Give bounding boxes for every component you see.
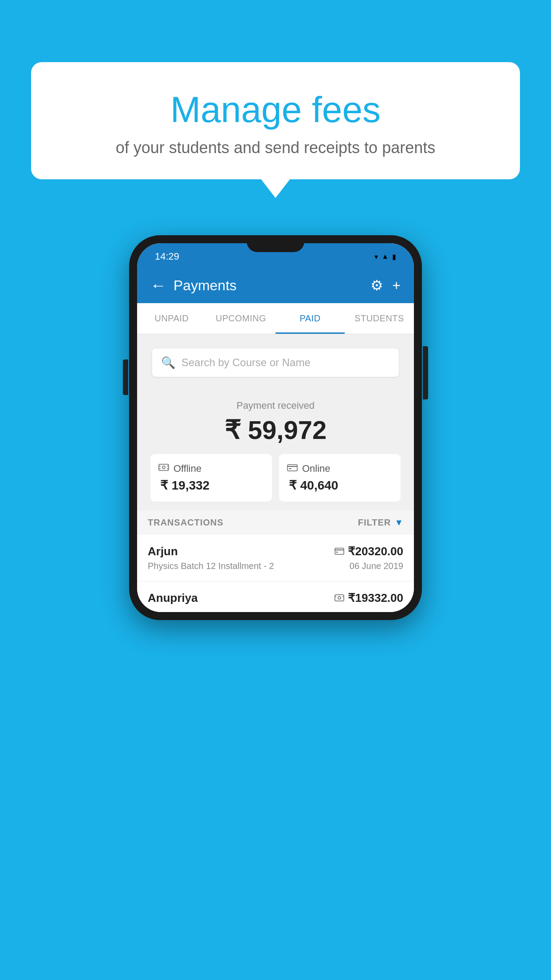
status-time: 14:29 [155,251,179,262]
header-title: Payments [173,277,236,294]
transaction-row-bottom: Physics Batch 12 Installment - 2 06 June… [148,561,403,571]
transaction-date: 06 June 2019 [350,561,403,571]
svg-rect-8 [289,468,291,469]
header-left: ← Payments [150,276,236,295]
battery-icon: ▮ [392,253,396,261]
filter-label: FILTER [358,518,391,528]
svg-rect-11 [336,552,338,553]
transaction-row-top: Arjun ₹20320.00 [148,545,403,558]
search-input[interactable]: Search by Course or Name [181,356,311,369]
offline-amount: ₹ 19,332 [158,478,209,493]
svg-rect-0 [159,464,169,470]
online-amount: ₹ 40,640 [287,478,338,493]
transactions-label: TRANSACTIONS [148,518,224,528]
filter-area[interactable]: FILTER ▼ [358,518,403,528]
offline-card-header: Offline [158,463,201,474]
tab-upcoming[interactable]: UPCOMING [206,303,276,334]
online-label: Online [302,463,331,474]
phone-outer: 14:29 ▾ ▲ ▮ ← Payments ⚙ + [129,235,422,620]
tab-unpaid[interactable]: UNPAID [137,303,206,334]
payment-section: Payment received ₹ 59,972 [137,387,414,510]
online-card-header: Online [287,463,331,474]
transaction-amount-area: ₹19332.00 [335,591,403,605]
transaction-amount-area: ₹20320.00 [335,545,403,558]
transaction-amount: ₹19332.00 [348,591,403,605]
settings-icon[interactable]: ⚙ [370,277,383,294]
online-card: Online ₹ 40,640 [279,454,401,502]
transaction-row[interactable]: Anupriya ₹19332.00 [137,581,414,612]
add-icon[interactable]: + [392,277,401,294]
svg-rect-12 [335,595,344,601]
phone-mockup: 14:29 ▾ ▲ ▮ ← Payments ⚙ + [129,235,422,620]
card-payment-icon [335,546,344,557]
svg-rect-9 [335,548,344,554]
cash-payment-icon [335,593,344,604]
payment-amount: ₹ 59,972 [150,415,401,445]
app-header: ← Payments ⚙ + [137,268,414,303]
bubble-subtitle: of your students and send receipts to pa… [67,138,484,157]
payment-cards: Offline ₹ 19,332 [150,454,401,502]
speech-bubble: Manage fees of your students and send re… [31,62,520,179]
phone-screen: 14:29 ▾ ▲ ▮ ← Payments ⚙ + [137,243,414,612]
offline-icon [158,463,169,474]
bubble-title: Manage fees [67,89,484,130]
transaction-name: Anupriya [148,591,198,605]
wifi-icon: ▾ [374,253,378,261]
tab-students[interactable]: STUDENTS [345,303,414,334]
offline-label: Offline [173,463,201,474]
signal-icon: ▲ [382,253,389,261]
svg-point-1 [162,466,165,469]
tab-paid[interactable]: PAID [276,303,345,334]
transactions-header: TRANSACTIONS FILTER ▼ [137,510,414,535]
transaction-row[interactable]: Arjun ₹20320.00 Physics Batch 1 [137,535,414,581]
speech-bubble-area: Manage fees of your students and send re… [31,62,520,179]
search-bar[interactable]: 🔍 Search by Course or Name [152,348,399,377]
transaction-row-top: Anupriya ₹19332.00 [148,591,403,605]
transaction-course: Physics Batch 12 Installment - 2 [148,561,274,571]
transaction-name: Arjun [148,545,178,558]
filter-icon: ▼ [394,518,403,528]
phone-notch [247,235,304,252]
transaction-amount: ₹20320.00 [348,545,403,558]
status-icons: ▾ ▲ ▮ [374,253,396,261]
tabs-bar: UNPAID UPCOMING PAID STUDENTS [137,303,414,334]
payment-label: Payment received [150,400,401,411]
back-button[interactable]: ← [150,276,166,295]
svg-rect-6 [287,465,297,471]
header-right: ⚙ + [370,277,401,294]
online-icon [287,463,298,474]
offline-card: Offline ₹ 19,332 [150,454,272,502]
search-icon: 🔍 [161,356,175,370]
svg-point-13 [338,597,341,599]
